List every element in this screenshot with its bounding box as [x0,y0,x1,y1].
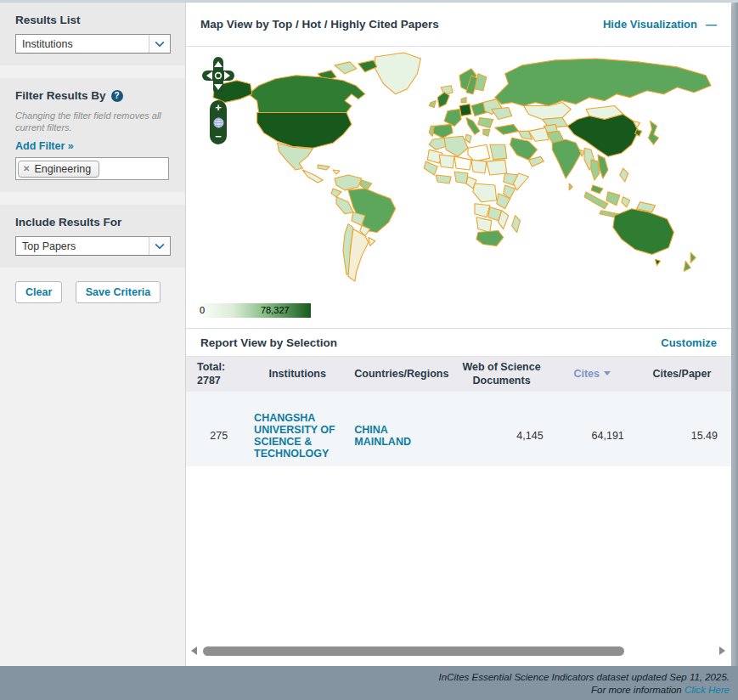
country-cell: CHINA MAINLAND [347,405,451,466]
clear-button[interactable]: Clear [15,281,62,303]
map-view-title: Map View by Top / Hot / Highly Cited Pap… [200,18,439,31]
total-label: Total: [197,361,240,375]
cites-per-paper-value: 15.49 [633,405,731,466]
sort-desc-icon [604,371,611,379]
chevron-down-icon [155,240,164,249]
map-pan-control[interactable] [202,57,234,94]
column-header-institutions[interactable]: Institutions [247,357,347,392]
customize-link[interactable]: Customize [661,336,717,349]
main-panel: Map View by Top / Hot / Highly Cited Pap… [186,3,731,666]
add-filter-link[interactable]: Add Filter » [15,140,74,152]
more-info-line: For more information Click Here [0,684,730,697]
sidebar: Results List Institutions Filter Results… [0,3,186,666]
globe-icon[interactable] [213,117,224,128]
include-results-dropdown-button[interactable] [149,237,170,255]
column-header-documents[interactable]: Web of Science Documents [451,357,551,392]
zoom-out-icon[interactable]: − [215,133,222,141]
total-count: 2787 [197,375,240,388]
column-header-cites[interactable]: Cites [552,357,633,392]
table-spacer-row [186,392,731,405]
institution-cell: CHANGSHA UNIVERSITY OF SCIENCE & TECHNOL… [247,405,347,466]
filter-note-line2: current filters. [15,121,172,133]
app-window: Results List Institutions Filter Results… [0,3,731,666]
scrollbar-track[interactable] [201,646,715,657]
horizontal-scrollbar[interactable] [191,645,725,657]
click-here-link[interactable]: Click Here [684,685,730,695]
active-filters-box[interactable]: ✕ Engineering [15,157,169,180]
include-results-title: Include Results For [15,216,172,229]
report-header: Report View by Selection Customize [186,329,731,357]
page-footer: InCites Essential Science Indicators dat… [0,666,738,700]
collapse-icon: — [706,18,717,31]
cites-label: Cites [573,368,600,380]
column-header-countries[interactable]: Countries/Regions [347,357,451,392]
scrollbar-thumb[interactable] [203,646,624,656]
table-header-row: Total: 2787 Institutions Countries/Regio… [186,357,731,392]
map-legend: 0 78,327 [196,303,311,318]
column-header-cites-per-paper[interactable]: Cites/Paper [633,357,731,392]
results-list-selected-value: Institutions [16,38,73,50]
include-results-select[interactable]: Top Papers [15,236,171,256]
remove-filter-icon[interactable]: ✕ [23,164,30,173]
institution-link[interactable]: CHANGSHA UNIVERSITY OF SCIENCE & TECHNOL… [254,448,341,460]
filter-note-line1: Changing the filter field removes all [15,110,172,121]
scroll-right-arrow-icon[interactable] [719,646,725,655]
filter-title-label: Filter Results By [15,89,106,102]
filter-tag-engineering[interactable]: ✕ Engineering [18,161,99,178]
filter-tag-label: Engineering [34,163,91,175]
report-table: Total: 2787 Institutions Countries/Regio… [186,357,731,466]
documents-value: 4,145 [451,405,551,466]
results-list-dropdown-button[interactable] [149,35,170,53]
legend-max-value: 78,327 [261,305,290,315]
scroll-left-arrow-icon[interactable] [191,646,197,655]
visualization-header: Map View by Top / Hot / Highly Cited Pap… [186,3,731,47]
report-view-title: Report View by Selection [200,336,337,349]
filter-title: Filter Results By ? [15,89,172,102]
row-index: 275 [186,405,247,466]
map-zoom-control[interactable]: + − [210,100,227,144]
dataset-updated-text: InCites Essential Science Indicators dat… [0,671,730,684]
hide-visualization-label: Hide Visualization [603,18,697,31]
cites-value: 64,191 [552,405,633,466]
window-right-edge [731,3,738,666]
map-controls: + − [202,57,234,144]
sidebar-actions: Clear Save Criteria [0,280,185,303]
save-criteria-button[interactable]: Save Criteria [76,281,161,303]
table-row: 275 CHANGSHA UNIVERSITY OF SCIENCE & TEC… [186,405,731,466]
zoom-in-icon[interactable]: + [215,104,222,112]
include-results-section: Include Results For Top Papers [0,205,185,268]
map-area: + − 0 78,327 [186,47,731,329]
results-list-section: Results List Institutions [0,3,185,65]
column-header-total: Total: 2787 [186,357,247,392]
institution-name: CHANGSHA UNIVERSITY OF SCIENCE & TECHNOL… [254,412,341,460]
help-icon[interactable]: ? [111,90,123,102]
results-list-select[interactable]: Institutions [15,34,171,54]
legend-min-value: 0 [200,305,205,315]
results-list-title: Results List [15,14,172,26]
world-choropleth-map[interactable] [206,50,730,303]
include-results-selected-value: Top Papers [16,240,76,252]
hide-visualization-link[interactable]: Hide Visualization— [603,18,717,31]
country-link[interactable]: CHINA MAINLAND [354,436,417,448]
country-name: CHINA MAINLAND [354,424,417,448]
filter-section: Filter Results By ? Changing the filter … [0,78,185,192]
chevron-down-icon [155,37,164,47]
more-info-text: For more information [591,685,682,695]
